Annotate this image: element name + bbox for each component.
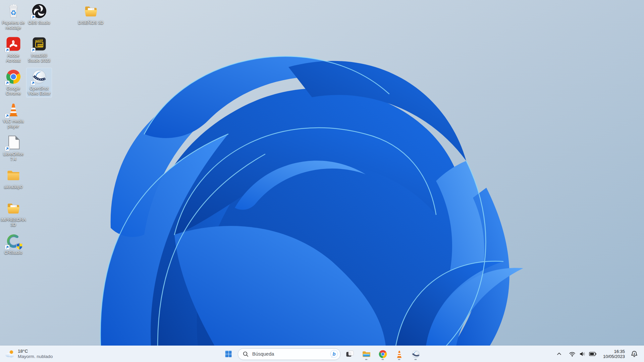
desktop-icon-obs-studio[interactable]: OBS Studio [26, 2, 52, 27]
clock-date: 10/05/2023 [603, 354, 625, 359]
vlc-icon [395, 350, 404, 359]
search-placeholder: Búsqueda [252, 351, 326, 357]
clock[interactable]: 16:35 10/05/2023 [601, 348, 627, 360]
desktop-icon-label: akira3dp0 [0, 185, 26, 190]
desktop-icon-impresora-3d[interactable]: IMPRESORA 3D [0, 199, 26, 229]
running-indicator [365, 359, 368, 360]
search-icon [243, 351, 249, 357]
search-box[interactable]: Búsqueda b [238, 348, 340, 360]
running-indicator [382, 359, 384, 360]
taskbar-button-openshot[interactable] [409, 347, 423, 361]
recycle-bin-icon: ♻ [5, 3, 21, 19]
desktop-icon-label: LibreOffice 7.4 [0, 152, 26, 162]
chevron-up-icon [556, 351, 562, 357]
svg-text:2023: 2023 [38, 44, 43, 47]
windows-start-icon [224, 350, 232, 358]
desktop-icon-label: Adobe Acrobat [0, 53, 26, 63]
shortcut-arrow-icon [5, 245, 10, 250]
shortcut-arrow-icon [5, 80, 10, 85]
desktop-icon-label: Google Chrome [0, 86, 26, 96]
desktop-icon-vlc[interactable]: VLC media player [0, 101, 26, 130]
bing-chat-icon[interactable]: b [330, 350, 338, 358]
file-explorer-icon [362, 350, 371, 359]
task-view-icon [345, 350, 355, 359]
taskbar-button-google-chrome[interactable] [376, 347, 390, 361]
tray-chevron-button[interactable] [554, 348, 564, 360]
openshot-icon [411, 350, 420, 359]
svg-text:♻: ♻ [10, 9, 16, 17]
windows-desktop[interactable]: { "desktop": { "icons": [ {"id":"recycle… [0, 0, 644, 362]
start-button[interactable] [221, 347, 235, 361]
wifi-icon [569, 351, 576, 357]
weather-cloud-sun-icon [5, 349, 15, 359]
shortcut-arrow-icon [5, 146, 10, 151]
desktop-icon-label: Insta360 Studio 2023 [26, 53, 52, 63]
chrome-icon [378, 350, 387, 359]
desktop-icon-libreoffice[interactable]: LibreOffice 7.4 [0, 133, 26, 163]
desktop-icon-label: IMPRESORA 3D [0, 218, 26, 228]
shortcut-arrow-icon [31, 48, 36, 53]
taskbar-button-task-view[interactable] [343, 347, 357, 361]
svg-text:z: z [634, 352, 635, 355]
running-indicator [398, 359, 400, 360]
running-indicator [415, 359, 417, 360]
desktop-icon-disenos-3d[interactable]: DISEÑOS 3D [78, 2, 104, 27]
desktop-icon-label: OBS Studio [26, 20, 52, 25]
shortcut-arrow-icon [5, 48, 10, 53]
desktop-icon-akira3dp0[interactable]: akira3dp0 [0, 166, 26, 191]
taskbar-button-vlc[interactable] [392, 347, 406, 361]
desktop-icon-grid[interactable]: ♻Papelera de reciclajeOBS StudioDISEÑOS … [0, 0, 644, 346]
desktop-icon-label: DISEÑOS 3D [78, 20, 104, 25]
desktop-icon-crstudio[interactable]: CRStudio [0, 232, 26, 257]
uac-shield-icon [16, 243, 23, 250]
shortcut-arrow-icon [31, 15, 36, 20]
desktop-icon-label: OpenShot Video Editor [26, 86, 52, 96]
desktop-icon-adobe-acrobat[interactable]: Adobe Acrobat [0, 35, 26, 65]
taskbar-app-icons [343, 347, 423, 361]
weather-widget[interactable]: 18°C Mayorm. nublado [0, 346, 59, 362]
notification-bell-button[interactable]: z [629, 348, 640, 360]
shortcut-arrow-icon [5, 113, 10, 118]
shortcut-arrow-icon [31, 80, 36, 85]
folder-open-icon [5, 200, 21, 216]
folder-open-icon [83, 3, 99, 19]
weather-temperature: 18°C [18, 349, 53, 354]
svg-text:b: b [333, 351, 336, 357]
desktop-icon-google-chrome[interactable]: Google Chrome [0, 68, 26, 98]
desktop-icon-label: Papelera de reciclaje [0, 20, 26, 31]
taskbar-button-file-explorer[interactable] [359, 347, 373, 361]
battery-icon [589, 352, 596, 356]
folder-closed-icon [5, 167, 21, 183]
desktop-icon-label: VLC media player [0, 119, 26, 129]
volume-icon [579, 351, 586, 357]
weather-condition: Mayorm. nublado [18, 354, 53, 359]
clock-time: 16:35 [603, 349, 625, 354]
taskbar: 18°C Mayorm. nublado [0, 346, 644, 362]
desktop-icon-label: CRStudio [0, 250, 26, 255]
desktop-icon-openshot[interactable]: OpenShot Video Editor [26, 68, 52, 98]
notification-bell-icon: z [631, 350, 638, 358]
system-tray-status[interactable] [566, 348, 599, 360]
desktop-icon-recycle-bin[interactable]: ♻Papelera de reciclaje [0, 2, 26, 32]
desktop-icon-insta360-studio[interactable]: 2023Insta360 Studio 2023 [26, 35, 52, 65]
